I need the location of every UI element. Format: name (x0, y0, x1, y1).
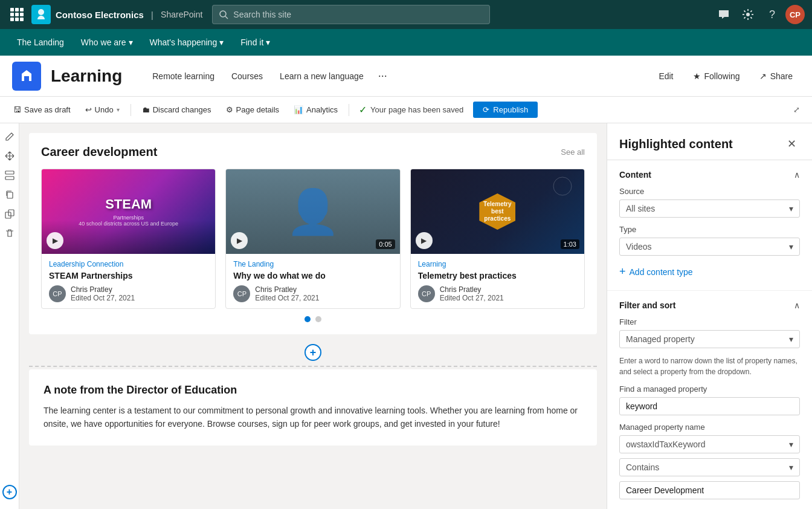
dropdown-chevron-icon: ▾ (789, 462, 793, 472)
play-button[interactable]: ▶ (47, 232, 63, 249)
plus-icon: + (619, 265, 626, 278)
type-label: Type (619, 225, 800, 234)
nav-more[interactable]: ··· (372, 67, 393, 85)
pagination-dot-2[interactable] (315, 316, 321, 322)
search-placeholder: Search this site (233, 10, 291, 19)
video-duration: 1:03 (561, 239, 579, 249)
contains-dropdown[interactable]: Contains ▾ (619, 458, 800, 476)
see-all-link[interactable]: See all (561, 148, 585, 157)
copy-btn[interactable] (1, 186, 18, 203)
undo-button[interactable]: ↩ Undo ▾ (79, 103, 126, 117)
search-bar[interactable]: Search this site (212, 5, 490, 24)
type-field: Type Videos ▾ (619, 225, 800, 256)
video-info: Leadership Connection STEAM Partnerships… (42, 254, 215, 308)
source-dropdown[interactable]: All sites ▾ (619, 199, 800, 218)
video-author: CP Chris Pratley Edited Oct 27, 2021 (233, 285, 392, 302)
edit-button[interactable]: Edit (651, 69, 680, 83)
chevron-up-icon: ∧ (794, 300, 800, 310)
managed-property-name-label: Managed property name (619, 423, 800, 432)
republish-button[interactable]: ⟳ Republish (473, 102, 538, 118)
discard-changes-button[interactable]: 🖿 Discard changes (136, 103, 218, 117)
dropdown-chevron: ▾ (266, 37, 270, 47)
svg-point-0 (38, 9, 44, 15)
video-thumbnail: Telemetrybestpractices ▶ 1:03 (411, 169, 584, 254)
managed-property-dropdown[interactable]: owstaxIdTaxKeyword ▾ (619, 435, 800, 453)
site-nav-happening[interactable]: What's happening ▾ (143, 35, 231, 50)
move-btn[interactable] (1, 148, 18, 164)
saved-message: ✓ Your page has been saved (359, 104, 463, 115)
user-avatar[interactable]: CP (785, 5, 805, 24)
video-title: STEAM Partnerships (49, 271, 208, 280)
add-section-area: + (29, 344, 597, 361)
help-icon-btn[interactable]: ? (761, 4, 783, 25)
svg-point-3 (746, 13, 750, 16)
find-property-label: Find a managed property (619, 384, 800, 394)
undo-dropdown-icon[interactable]: ▾ (117, 106, 120, 113)
content-section-label: Content (619, 170, 651, 180)
pagination-dot-1[interactable] (304, 316, 311, 322)
play-button[interactable]: ▶ (416, 232, 433, 249)
right-panel: Highlighted content ✕ Content ∧ Source A… (607, 123, 812, 509)
add-content-type-button[interactable]: + Add content type (619, 263, 800, 280)
add-section-btn[interactable]: + (2, 485, 17, 499)
author-avatar: CP (233, 285, 250, 302)
video-item[interactable]: STEAM Partnerships40 school districts ac… (41, 169, 216, 309)
managed-property-name-field: Managed property name owstaxIdTaxKeyword… (619, 423, 800, 499)
filter-sort-header[interactable]: Filter and sort ∧ (619, 300, 800, 310)
delete-btn[interactable] (1, 225, 18, 242)
site-nav-who[interactable]: Who we are ▾ (74, 35, 140, 50)
nav-new-language[interactable]: Learn a new language (271, 69, 372, 83)
analytics-button[interactable]: 📊 Analytics (288, 103, 344, 117)
brand[interactable]: Contoso Electronics | SharePoint (31, 5, 202, 24)
page-details-button[interactable]: ⚙ Page details (220, 103, 286, 117)
filter-dropdown[interactable]: Managed property ▾ (619, 330, 800, 348)
content-section-header[interactable]: Content ∧ (619, 170, 800, 180)
video-author: CP Chris Pratley Edited Oct 27, 2021 (418, 285, 577, 302)
expand-button[interactable]: ⤢ (788, 103, 805, 117)
chat-icon-btn[interactable] (713, 4, 735, 25)
pagination (41, 316, 585, 322)
layout-btn[interactable] (1, 167, 18, 184)
following-button[interactable]: ★ Following (686, 69, 747, 83)
find-property-input[interactable] (619, 397, 800, 415)
site-nav: The Landing Who we are ▾ What's happenin… (0, 29, 812, 56)
career-development-card: Career development See all STEAM Partner… (29, 133, 597, 334)
site-nav-find[interactable]: Find it ▾ (233, 35, 277, 50)
edit-pencil-btn[interactable] (1, 128, 18, 145)
dropdown-chevron: ▾ (219, 37, 224, 47)
save-draft-button[interactable]: 🖫 Save as draft (7, 103, 77, 117)
nav-courses[interactable]: Courses (223, 69, 271, 83)
svg-rect-7 (7, 192, 13, 198)
svg-point-1 (220, 11, 226, 17)
site-nav-landing[interactable]: The Landing (10, 35, 71, 50)
page-actions: Edit ★ Following ↗ Share (651, 69, 800, 83)
panel-title: Highlighted content (619, 137, 733, 151)
nav-remote-learning[interactable]: Remote learning (144, 69, 223, 83)
waffle-menu[interactable] (7, 5, 27, 24)
video-duration: 0:05 (376, 239, 395, 249)
article-body: The learning center is a testament to ou… (44, 404, 582, 431)
republish-icon: ⟳ (483, 105, 489, 114)
top-icons: ? CP (713, 4, 805, 25)
discard-icon: 🖿 (142, 105, 150, 114)
dropdown-chevron-icon: ▾ (789, 242, 793, 251)
add-content-button[interactable]: + (304, 344, 321, 361)
type-dropdown[interactable]: Videos ▾ (619, 238, 800, 256)
video-category[interactable]: The Landing (233, 260, 392, 268)
share-button[interactable]: ↗ Share (752, 69, 800, 83)
video-category[interactable]: Leadership Connection (49, 260, 208, 268)
page-header: Learning Remote learning Courses Learn a… (0, 56, 812, 97)
add-filter-button[interactable]: + Add filter (619, 507, 800, 509)
filter-value-input[interactable] (619, 481, 800, 499)
video-item[interactable]: 👤 ▶ 0:05 The Landing Why we do what we d… (225, 169, 400, 309)
video-info: The Landing Why we do what we do CP Chri… (226, 254, 399, 308)
video-category[interactable]: Learning (418, 260, 577, 268)
video-item[interactable]: Telemetrybestpractices ▶ 1:03 Learning T… (410, 169, 585, 309)
panel-header: Highlighted content ✕ (607, 123, 812, 160)
svg-rect-5 (5, 171, 14, 174)
settings-icon-btn[interactable] (737, 4, 759, 25)
brand-icon (31, 5, 51, 24)
duplicate-btn[interactable] (1, 206, 18, 222)
dropdown-chevron-icon: ▾ (789, 334, 793, 344)
close-panel-button[interactable]: ✕ (783, 135, 800, 152)
